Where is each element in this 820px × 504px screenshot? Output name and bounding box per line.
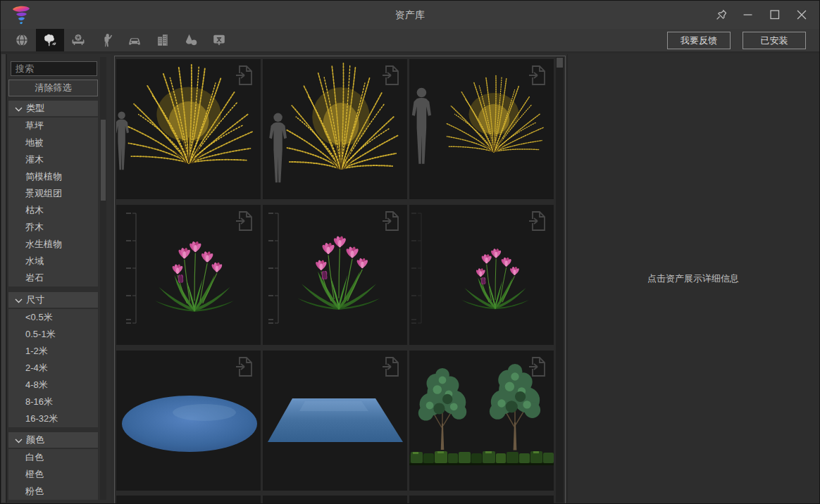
grid-scrollbar-thumb[interactable]: [557, 58, 563, 68]
toolbar-actions: 我要反馈 已安装: [667, 32, 806, 49]
filter-item[interactable]: 橙色: [8, 466, 98, 483]
filter-item[interactable]: 景观组团: [8, 185, 98, 202]
asset-tile[interactable]: [263, 351, 407, 491]
tab-globe[interactable]: [8, 29, 36, 51]
import-asset-icon[interactable]: [235, 356, 254, 377]
filter-item[interactable]: 1-2米: [8, 343, 98, 360]
asset-tile[interactable]: [116, 351, 261, 491]
filter-item[interactable]: 16-32米: [8, 410, 98, 427]
filter-item[interactable]: 水域: [8, 253, 98, 270]
import-asset-icon[interactable]: [528, 356, 547, 377]
tab-vegetation[interactable]: [36, 29, 64, 51]
sidebar-scrollbar[interactable]: [100, 57, 106, 500]
section-title: 尺寸: [26, 294, 44, 306]
asset-tile[interactable]: [409, 351, 554, 491]
color-filter-list: 白色 橙色 粉色: [8, 449, 98, 500]
import-asset-icon[interactable]: [235, 210, 254, 232]
tab-furniture[interactable]: [64, 29, 92, 51]
filter-item[interactable]: 4-8米: [8, 377, 98, 393]
filter-item[interactable]: 0.5-1米: [8, 326, 98, 343]
filter-item[interactable]: 灌木: [8, 151, 98, 168]
search-input[interactable]: [11, 61, 97, 76]
asset-tile[interactable]: [263, 59, 407, 199]
filter-item[interactable]: 乔木: [8, 219, 98, 236]
filter-item[interactable]: 简模植物: [8, 168, 98, 185]
import-asset-icon[interactable]: [528, 65, 547, 86]
section-header-type[interactable]: 类型: [8, 101, 98, 116]
type-filter-list: 草坪 地被 灌木 简模植物 景观组团 枯木 乔木 水生植物 水域 岩石: [8, 118, 98, 286]
sidebar-scrollbar-thumb[interactable]: [101, 120, 106, 201]
section-title: 类型: [26, 102, 44, 115]
window-edge-strip: [1, 54, 7, 503]
filter-item[interactable]: 2-4米: [8, 360, 98, 377]
tab-vehicles[interactable]: [120, 29, 149, 51]
filter-item[interactable]: <0.5米: [8, 309, 98, 326]
category-toolbar: 我要反馈 已安装: [1, 29, 819, 53]
asset-grid: [114, 56, 566, 504]
chevron-down-icon: [15, 295, 23, 305]
import-asset-icon[interactable]: [382, 65, 400, 86]
filter-item[interactable]: 水生植物: [8, 236, 98, 253]
import-asset-icon[interactable]: [382, 356, 400, 377]
asset-tile-partial[interactable]: [263, 496, 407, 503]
tab-language[interactable]: [205, 29, 233, 51]
pin-icon[interactable]: [708, 4, 735, 25]
category-tabs: [8, 29, 233, 51]
maximize-icon[interactable]: [762, 4, 788, 25]
section-header-color[interactable]: 颜色: [8, 432, 98, 448]
detail-panel: 点击资产展示详细信息: [567, 54, 819, 503]
size-filter-list: <0.5米 0.5-1米 1-2米 2-4米 4-8米 8-16米 16-32米: [8, 309, 98, 427]
asset-tile-partial[interactable]: [116, 496, 261, 503]
hedge-row: [409, 451, 554, 465]
filter-item[interactable]: 枯木: [8, 202, 98, 219]
asset-tile-partial[interactable]: [409, 496, 554, 503]
chevron-down-icon: [15, 103, 23, 114]
asset-tile[interactable]: [409, 59, 554, 199]
filter-item[interactable]: 草坪: [8, 118, 98, 134]
asset-tile[interactable]: [116, 59, 261, 199]
section-title: 颜色: [26, 434, 44, 446]
asset-tile[interactable]: [263, 205, 407, 345]
detail-placeholder-text: 点击资产展示详细信息: [647, 272, 739, 285]
asset-tile[interactable]: [409, 205, 554, 345]
asset-tile[interactable]: [116, 205, 261, 345]
tab-people[interactable]: [92, 29, 120, 51]
titlebar: 资产库: [1, 1, 819, 29]
filter-item[interactable]: 粉色: [8, 483, 98, 500]
window-title: 资产库: [1, 1, 819, 29]
filter-item[interactable]: 白色: [8, 449, 98, 466]
import-asset-icon[interactable]: [528, 210, 547, 232]
filter-item[interactable]: 地被: [8, 134, 98, 151]
asset-library-window: 资产库: [0, 0, 820, 504]
tab-buildings[interactable]: [149, 29, 177, 51]
filter-sidebar: 清除筛选 类型 草坪 地被 灌木 简模植物 景观组团 枯木 乔木 水生植物 水域…: [8, 54, 111, 503]
tab-primitives[interactable]: [177, 29, 205, 51]
window-controls: [708, 1, 815, 29]
clear-filter-button[interactable]: 清除筛选: [8, 80, 98, 96]
chevron-down-icon: [15, 435, 23, 446]
import-asset-icon[interactable]: [382, 210, 400, 232]
section-header-size[interactable]: 尺寸: [8, 292, 98, 308]
filter-item[interactable]: 岩石: [8, 270, 98, 286]
grid-scrollbar[interactable]: [556, 57, 564, 503]
import-asset-icon[interactable]: [235, 65, 254, 86]
close-icon[interactable]: [788, 4, 815, 25]
feedback-button[interactable]: 我要反馈: [667, 32, 731, 49]
minimize-icon[interactable]: [735, 4, 762, 25]
filter-item[interactable]: 8-16米: [8, 393, 98, 410]
installed-button[interactable]: 已安装: [743, 32, 806, 49]
